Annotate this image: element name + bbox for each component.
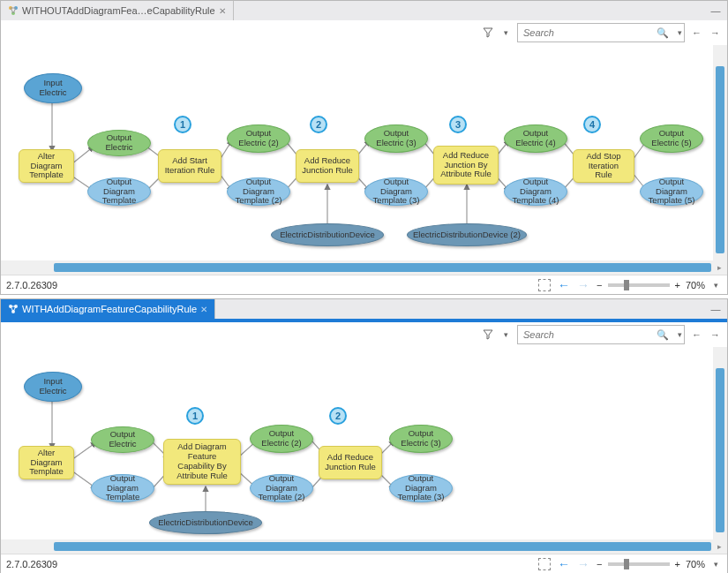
tabbar: WITHOUTAddDiagramFea…eCapabilityRule ✕ — [1, 1, 727, 20]
filter-icon[interactable] [481, 329, 495, 340]
tab-label: WITHOUTAddDiagramFea…eCapabilityRule [22, 5, 215, 16]
badge-1: 1 [186, 407, 204, 425]
node-add-capability[interactable]: Add Diagram Feature Capability By Attrib… [163, 439, 241, 485]
badge-2: 2 [310, 116, 327, 133]
zoom-label: 70% [686, 559, 705, 569]
zoom-label: 70% [686, 280, 705, 290]
diagram-canvas[interactable]: Input Electric Alter Diagram Template Ou… [1, 45, 727, 260]
search-input[interactable] [518, 329, 651, 340]
zoom-slider[interactable] [608, 283, 670, 287]
close-icon[interactable]: ✕ [200, 305, 207, 314]
close-icon[interactable]: ✕ [219, 6, 226, 16]
node-input-electric[interactable]: Input Electric [24, 372, 82, 402]
node-alter-template[interactable]: Alter Diagram Template [19, 149, 74, 183]
zoom-out-icon[interactable]: − [597, 559, 602, 569]
zoom-control: − + 70% ▾ [597, 280, 722, 290]
minimize-button[interactable]: — [708, 299, 724, 319]
v-scrollbar[interactable] [713, 347, 727, 539]
status-bar: 2.7.0.26309 ← → − + 70% ▾ [1, 275, 727, 294]
v-scrollbar[interactable] [713, 45, 727, 260]
node-oe4[interactable]: Output Electric (4) [504, 124, 567, 153]
diagram-canvas[interactable]: Input Electric Alter Diagram Template Ou… [1, 347, 727, 539]
badge-2: 2 [329, 407, 347, 425]
tab-with[interactable]: WITHAddDiagramFeatureCapabilityRule ✕ [1, 299, 215, 319]
search-input[interactable] [518, 27, 651, 38]
search-icon[interactable]: 🔍 [651, 329, 674, 341]
extent-icon[interactable] [538, 279, 551, 291]
node-oe2[interactable]: Output Electric (2) [227, 124, 290, 153]
prev-extent-icon[interactable]: ← [558, 278, 570, 292]
canvas-wrapper: Input Electric Alter Diagram Template Ou… [1, 347, 727, 554]
zoom-out-icon[interactable]: − [597, 280, 602, 290]
node-oe2[interactable]: Output Electric (2) [250, 425, 313, 453]
zoom-in-icon[interactable]: + [675, 280, 680, 290]
tab-without[interactable]: WITHOUTAddDiagramFea…eCapabilityRule ✕ [1, 1, 234, 20]
next-extent-icon[interactable]: → [577, 278, 589, 292]
node-output-electric[interactable]: Output Electric [87, 130, 151, 156]
prev-extent-icon[interactable]: ← [558, 557, 570, 571]
node-od4[interactable]: Output Diagram Template (4) [504, 177, 567, 206]
node-add-stop[interactable]: Add Stop Iteration Rule [573, 149, 634, 183]
nav-fwd-icon[interactable]: → [709, 329, 722, 340]
node-output-diagram[interactable]: Output Diagram Template [91, 474, 154, 502]
canvas-wrapper: Input Electric Alter Diagram Template Ou… [1, 45, 727, 275]
filter-dropdown[interactable]: ▾ [500, 330, 512, 339]
next-extent-icon[interactable]: → [577, 557, 589, 571]
node-output-electric[interactable]: Output Electric [91, 426, 154, 453]
filter-dropdown[interactable]: ▾ [500, 28, 512, 37]
h-scrollbar[interactable]: ▸ [1, 539, 727, 554]
badge-3: 3 [449, 116, 467, 133]
extent-icon[interactable] [538, 558, 551, 570]
node-alter-template[interactable]: Alter Diagram Template [19, 446, 74, 479]
node-oe3[interactable]: Output Electric (3) [364, 124, 428, 153]
node-input-electric[interactable]: Input Electric [24, 73, 82, 103]
status-bar: 2.7.0.26309 ← → − + 70% ▾ [1, 554, 727, 573]
search-icon[interactable]: 🔍 [651, 27, 674, 39]
node-od3[interactable]: Output Diagram Template (3) [364, 177, 428, 206]
node-add-attr[interactable]: Add Reduce Junction By Attribute Rule [433, 146, 499, 185]
model-icon [8, 5, 19, 16]
node-od2[interactable]: Output Diagram Template (2) [250, 474, 313, 502]
node-od3[interactable]: Output Diagram Template (3) [389, 474, 453, 502]
node-edd[interactable]: ElectricDistributionDevice [271, 223, 384, 246]
nav-back-icon[interactable]: ← [690, 329, 703, 340]
zoom-dropdown[interactable]: ▾ [710, 560, 722, 569]
badge-1: 1 [174, 116, 191, 133]
zoom-control: − + 70% ▾ [597, 559, 722, 569]
node-oe5[interactable]: Output Electric (5) [640, 124, 703, 153]
model-icon [8, 304, 19, 314]
nav-fwd-icon[interactable]: → [709, 27, 722, 38]
node-od2[interactable]: Output Diagram Template (2) [227, 177, 290, 206]
search-box: 🔍 ▾ [517, 23, 685, 42]
zoom-slider[interactable] [608, 562, 670, 566]
node-output-diagram[interactable]: Output Diagram Template [87, 177, 151, 206]
toolbar: ▾ 🔍 ▾ ← → [1, 20, 727, 45]
node-add-start[interactable]: Add Start Iteration Rule [158, 149, 221, 183]
zoom-dropdown[interactable]: ▾ [710, 281, 722, 290]
tab-label: WITHAddDiagramFeatureCapabilityRule [22, 304, 197, 314]
panel-without: WITHOUTAddDiagramFea…eCapabilityRule ✕ —… [0, 0, 728, 295]
node-edd2[interactable]: ElectricDistributionDevice (2) [407, 223, 527, 246]
node-od5[interactable]: Output Diagram Template (5) [640, 177, 703, 206]
badge-4: 4 [583, 116, 601, 133]
zoom-in-icon[interactable]: + [675, 559, 680, 569]
node-add-reduce[interactable]: Add Reduce Junction Rule [296, 149, 359, 183]
filter-icon[interactable] [481, 27, 495, 38]
version-label: 2.7.0.26309 [6, 280, 57, 290]
node-edd[interactable]: ElectricDistributionDevice [149, 511, 262, 534]
node-add-reduce[interactable]: Add Reduce Junction Rule [319, 446, 382, 479]
search-dropdown[interactable]: ▾ [674, 28, 686, 37]
version-label: 2.7.0.26309 [6, 559, 57, 569]
tabbar: WITHAddDiagramFeatureCapabilityRule ✕ — [1, 299, 727, 319]
panel-with: WITHAddDiagramFeatureCapabilityRule ✕ — … [0, 298, 728, 573]
search-dropdown[interactable]: ▾ [674, 330, 686, 339]
toolbar: ▾ 🔍 ▾ ← → [1, 322, 727, 347]
search-box: 🔍 ▾ [517, 325, 685, 344]
node-oe3[interactable]: Output Electric (3) [389, 425, 453, 453]
minimize-button[interactable]: — [708, 1, 724, 20]
h-scrollbar[interactable]: ▸ [1, 260, 727, 275]
nav-back-icon[interactable]: ← [690, 27, 703, 38]
